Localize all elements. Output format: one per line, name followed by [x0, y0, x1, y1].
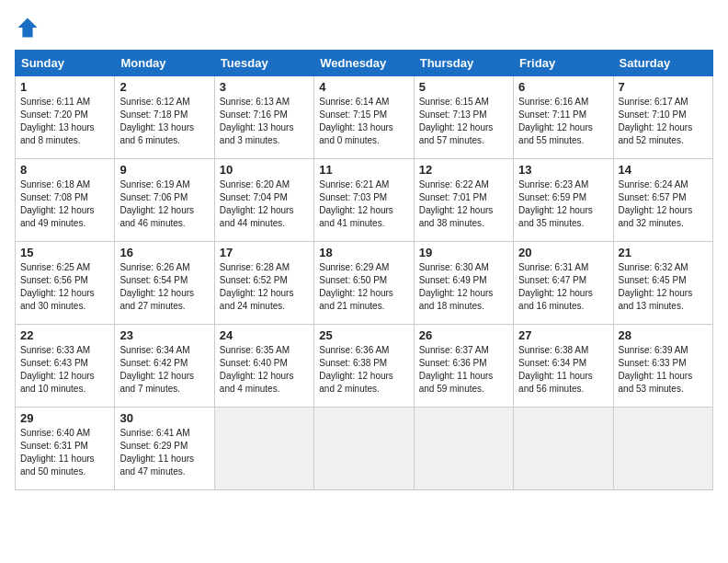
- calendar-cell: 15 Sunrise: 6:25 AMSunset: 6:56 PMDaylig…: [16, 242, 115, 325]
- day-number: 10: [220, 163, 309, 177]
- day-info: Sunrise: 6:30 AMSunset: 6:49 PMDaylight:…: [419, 261, 508, 313]
- day-info: Sunrise: 6:21 AMSunset: 7:03 PMDaylight:…: [319, 178, 408, 230]
- day-info: Sunrise: 6:31 AMSunset: 6:47 PMDaylight:…: [518, 261, 608, 313]
- calendar-cell: 28 Sunrise: 6:39 AMSunset: 6:33 PMDaylig…: [613, 325, 712, 408]
- day-number: 17: [220, 246, 309, 259]
- day-number: 20: [518, 246, 608, 259]
- day-info: Sunrise: 6:20 AMSunset: 7:04 PMDaylight:…: [220, 178, 309, 230]
- day-number: 29: [20, 411, 109, 425]
- day-number: 12: [419, 163, 508, 177]
- day-number: 25: [319, 328, 408, 342]
- day-number: 22: [20, 328, 109, 342]
- calendar-cell: 1 Sunrise: 6:11 AMSunset: 7:20 PMDayligh…: [16, 76, 115, 159]
- calendar-cell: 6 Sunrise: 6:16 AMSunset: 7:11 PMDayligh…: [514, 76, 613, 159]
- header-row: SundayMondayTuesdayWednesdayThursdayFrid…: [16, 51, 713, 76]
- day-info: Sunrise: 6:36 AMSunset: 6:38 PMDaylight:…: [319, 344, 408, 396]
- calendar-cell: 25 Sunrise: 6:36 AMSunset: 6:38 PMDaylig…: [314, 325, 414, 408]
- calendar-cell: 20 Sunrise: 6:31 AMSunset: 6:47 PMDaylig…: [514, 242, 613, 325]
- calendar-cell: 29 Sunrise: 6:40 AMSunset: 6:31 PMDaylig…: [16, 408, 115, 490]
- day-info: Sunrise: 6:22 AMSunset: 7:01 PMDaylight:…: [419, 178, 508, 230]
- day-number: 13: [518, 163, 608, 177]
- day-info: Sunrise: 6:38 AMSunset: 6:34 PMDaylight:…: [518, 344, 608, 396]
- day-info: Sunrise: 6:13 AMSunset: 7:16 PMDaylight:…: [220, 96, 309, 147]
- week-row-5: 29 Sunrise: 6:40 AMSunset: 6:31 PMDaylig…: [16, 408, 713, 490]
- calendar-cell: 10 Sunrise: 6:20 AMSunset: 7:04 PMDaylig…: [214, 159, 313, 242]
- calendar-cell: 12 Sunrise: 6:22 AMSunset: 7:01 PMDaylig…: [414, 159, 513, 242]
- day-number: 19: [419, 246, 508, 259]
- col-header-thursday: Thursday: [414, 51, 513, 76]
- calendar-cell: 2 Sunrise: 6:12 AMSunset: 7:18 PMDayligh…: [115, 76, 214, 159]
- calendar-cell: 5 Sunrise: 6:15 AMSunset: 7:13 PMDayligh…: [414, 76, 513, 159]
- calendar-cell: 7 Sunrise: 6:17 AMSunset: 7:10 PMDayligh…: [613, 76, 712, 159]
- logo: [15, 15, 44, 40]
- day-info: Sunrise: 6:12 AMSunset: 7:18 PMDaylight:…: [119, 96, 209, 147]
- calendar-cell: 24 Sunrise: 6:35 AMSunset: 6:40 PMDaylig…: [214, 325, 313, 408]
- day-number: 26: [419, 328, 508, 342]
- day-number: 9: [119, 163, 209, 177]
- calendar-cell: 16 Sunrise: 6:26 AMSunset: 6:54 PMDaylig…: [115, 242, 214, 325]
- calendar-cell: [514, 408, 613, 490]
- day-info: Sunrise: 6:17 AMSunset: 7:10 PMDaylight:…: [619, 96, 708, 147]
- day-info: Sunrise: 6:34 AMSunset: 6:42 PMDaylight:…: [119, 344, 209, 396]
- calendar-cell: 14 Sunrise: 6:24 AMSunset: 6:57 PMDaylig…: [613, 159, 712, 242]
- day-number: 15: [20, 246, 109, 259]
- day-info: Sunrise: 6:16 AMSunset: 7:11 PMDaylight:…: [518, 96, 608, 147]
- day-number: 2: [119, 80, 209, 94]
- day-info: Sunrise: 6:28 AMSunset: 6:52 PMDaylight:…: [220, 261, 309, 313]
- calendar-cell: 4 Sunrise: 6:14 AMSunset: 7:15 PMDayligh…: [314, 76, 414, 159]
- svg-marker-0: [18, 18, 38, 38]
- calendar-cell: 30 Sunrise: 6:41 AMSunset: 6:29 PMDaylig…: [115, 408, 214, 490]
- day-number: 11: [319, 163, 408, 177]
- day-info: Sunrise: 6:24 AMSunset: 6:57 PMDaylight:…: [619, 178, 708, 230]
- day-info: Sunrise: 6:37 AMSunset: 6:36 PMDaylight:…: [419, 344, 508, 396]
- day-info: Sunrise: 6:26 AMSunset: 6:54 PMDaylight:…: [119, 261, 209, 313]
- calendar-cell: [214, 408, 313, 490]
- day-number: 21: [619, 246, 708, 259]
- col-header-saturday: Saturday: [613, 51, 712, 76]
- day-number: 5: [419, 80, 508, 94]
- day-number: 16: [119, 246, 209, 259]
- calendar-table: SundayMondayTuesdayWednesdayThursdayFrid…: [15, 50, 713, 490]
- day-info: Sunrise: 6:33 AMSunset: 6:43 PMDaylight:…: [20, 344, 109, 396]
- col-header-friday: Friday: [514, 51, 613, 76]
- day-number: 28: [619, 328, 708, 342]
- week-row-2: 8 Sunrise: 6:18 AMSunset: 7:08 PMDayligh…: [16, 159, 713, 242]
- col-header-tuesday: Tuesday: [214, 51, 313, 76]
- day-number: 18: [319, 246, 408, 259]
- day-info: Sunrise: 6:23 AMSunset: 6:59 PMDaylight:…: [518, 178, 608, 230]
- day-number: 27: [518, 328, 608, 342]
- calendar-cell: 23 Sunrise: 6:34 AMSunset: 6:42 PMDaylig…: [115, 325, 214, 408]
- day-number: 30: [119, 411, 209, 425]
- calendar-cell: 22 Sunrise: 6:33 AMSunset: 6:43 PMDaylig…: [16, 325, 115, 408]
- week-row-3: 15 Sunrise: 6:25 AMSunset: 6:56 PMDaylig…: [16, 242, 713, 325]
- col-header-wednesday: Wednesday: [314, 51, 414, 76]
- logo-icon: [15, 15, 40, 40]
- calendar-cell: 21 Sunrise: 6:32 AMSunset: 6:45 PMDaylig…: [613, 242, 712, 325]
- calendar-cell: 19 Sunrise: 6:30 AMSunset: 6:49 PMDaylig…: [414, 242, 513, 325]
- col-header-sunday: Sunday: [16, 51, 115, 76]
- day-number: 1: [20, 80, 109, 94]
- calendar-cell: 13 Sunrise: 6:23 AMSunset: 6:59 PMDaylig…: [514, 159, 613, 242]
- day-info: Sunrise: 6:19 AMSunset: 7:06 PMDaylight:…: [119, 178, 209, 230]
- day-number: 4: [319, 80, 408, 94]
- calendar-cell: 26 Sunrise: 6:37 AMSunset: 6:36 PMDaylig…: [414, 325, 513, 408]
- day-number: 3: [220, 80, 309, 94]
- day-number: 6: [518, 80, 608, 94]
- day-number: 7: [619, 80, 708, 94]
- day-info: Sunrise: 6:11 AMSunset: 7:20 PMDaylight:…: [20, 96, 109, 147]
- day-info: Sunrise: 6:41 AMSunset: 6:29 PMDaylight:…: [119, 427, 209, 478]
- day-number: 24: [220, 328, 309, 342]
- week-row-1: 1 Sunrise: 6:11 AMSunset: 7:20 PMDayligh…: [16, 76, 713, 159]
- calendar-cell: 27 Sunrise: 6:38 AMSunset: 6:34 PMDaylig…: [514, 325, 613, 408]
- day-info: Sunrise: 6:40 AMSunset: 6:31 PMDaylight:…: [20, 427, 109, 478]
- day-number: 23: [119, 328, 209, 342]
- page-header: [15, 15, 713, 40]
- day-info: Sunrise: 6:39 AMSunset: 6:33 PMDaylight:…: [619, 344, 708, 396]
- day-info: Sunrise: 6:35 AMSunset: 6:40 PMDaylight:…: [220, 344, 309, 396]
- day-number: 8: [20, 163, 109, 177]
- calendar-cell: [613, 408, 712, 490]
- day-info: Sunrise: 6:18 AMSunset: 7:08 PMDaylight:…: [20, 178, 109, 230]
- calendar-cell: [314, 408, 414, 490]
- calendar-cell: [414, 408, 513, 490]
- day-info: Sunrise: 6:14 AMSunset: 7:15 PMDaylight:…: [319, 96, 408, 147]
